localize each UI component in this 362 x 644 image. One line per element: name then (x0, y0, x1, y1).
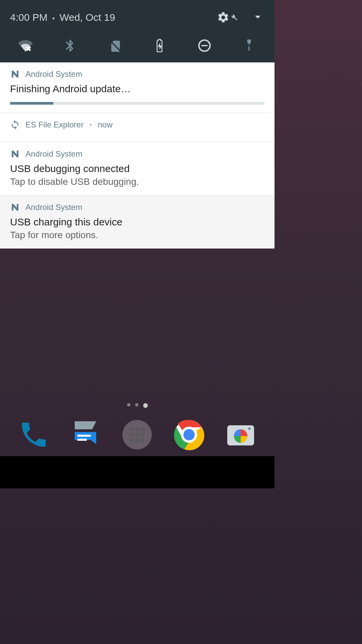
update-progress-fill (10, 102, 53, 105)
qs-bluetooth[interactable] (62, 38, 78, 54)
qs-flashlight[interactable] (241, 38, 257, 54)
battery-charging-icon (152, 38, 167, 53)
notification-title: USB charging this device (10, 216, 264, 228)
android-n-icon (10, 149, 20, 159)
navigation-bar (0, 456, 275, 488)
app-drawer[interactable] (120, 418, 154, 451)
expand-shade-button[interactable] (251, 10, 264, 25)
svg-point-8 (130, 433, 134, 437)
separator-dot: • (52, 14, 55, 23)
notification-title: USB debugging connected (10, 163, 264, 174)
notification-title: Finishing Android update… (10, 83, 264, 95)
recents-icon (221, 464, 237, 480)
camera-app[interactable] (224, 418, 257, 451)
notification-app-name: ES File Explorer (25, 120, 83, 129)
svg-point-18 (248, 427, 251, 430)
qs-dnd[interactable] (196, 38, 213, 54)
back-button[interactable] (38, 464, 54, 481)
svg-point-7 (140, 427, 145, 432)
svg-point-10 (140, 433, 145, 437)
notification-app-name: Android System (25, 69, 82, 79)
back-icon (38, 464, 54, 480)
notifications-list: Android System Finishing Android update…… (0, 62, 275, 249)
android-n-icon (10, 202, 20, 212)
svg-point-6 (135, 427, 139, 432)
wrench-icon (230, 14, 238, 21)
notification-item[interactable]: Android System USB debugging connected T… (0, 142, 275, 196)
notification-subtitle: Tap to disable USB debugging. (10, 176, 264, 187)
notification-shade-header: 4:00 PM • Wed, Oct 19 (0, 0, 275, 62)
page-dot (135, 403, 138, 407)
separator-dot: • (89, 121, 92, 128)
svg-point-13 (140, 438, 145, 442)
notification-item[interactable]: Android System USB charging this device … (0, 196, 275, 249)
notification-app-name: Android System (25, 203, 82, 212)
page-indicator (127, 403, 148, 408)
svg-point-11 (130, 438, 134, 442)
qs-sim[interactable] (107, 38, 123, 54)
messages-app-icon (69, 419, 102, 451)
svg-point-15 (183, 429, 195, 440)
page-dot-active (143, 403, 148, 408)
time-date: 4:00 PM • Wed, Oct 19 (10, 12, 115, 23)
home-button[interactable] (129, 464, 145, 481)
messages-app[interactable] (69, 418, 102, 451)
notification-subtitle: Tap for more options. (10, 230, 264, 240)
notification-item[interactable]: Android System Finishing Android update… (0, 62, 275, 113)
update-progress-bar (10, 102, 264, 105)
phone-app-icon (18, 419, 50, 451)
notification-time: now (98, 120, 113, 129)
do-not-disturb-icon (197, 38, 212, 53)
qs-wifi[interactable] (17, 38, 34, 54)
time-label: 4:00 PM (10, 12, 48, 23)
qs-battery[interactable] (152, 38, 168, 54)
gear-icon (217, 11, 230, 24)
date-label: Wed, Oct 19 (59, 12, 115, 23)
home-icon (129, 464, 145, 480)
page-dot (127, 403, 130, 407)
phone-app[interactable] (17, 418, 51, 451)
settings-button[interactable] (217, 11, 238, 24)
sync-icon (10, 120, 20, 130)
android-n-icon (10, 69, 20, 79)
flashlight-off-icon (242, 38, 256, 53)
chrome-app-icon (173, 419, 205, 451)
svg-point-12 (135, 438, 139, 442)
svg-point-9 (135, 433, 139, 437)
no-sim-icon (108, 38, 122, 53)
recents-button[interactable] (221, 464, 237, 481)
chrome-app[interactable] (172, 418, 206, 451)
dock (0, 418, 275, 451)
camera-app-icon (225, 419, 257, 451)
notification-item[interactable]: ES File Explorer • now (0, 113, 275, 142)
app-drawer-icon (121, 419, 153, 451)
notification-app-name: Android System (25, 149, 82, 159)
quick-settings-row (10, 25, 264, 62)
chevron-down-icon (251, 10, 264, 23)
wifi-no-internet-icon (18, 38, 33, 53)
svg-point-5 (130, 427, 134, 432)
bluetooth-off-icon (63, 38, 77, 53)
